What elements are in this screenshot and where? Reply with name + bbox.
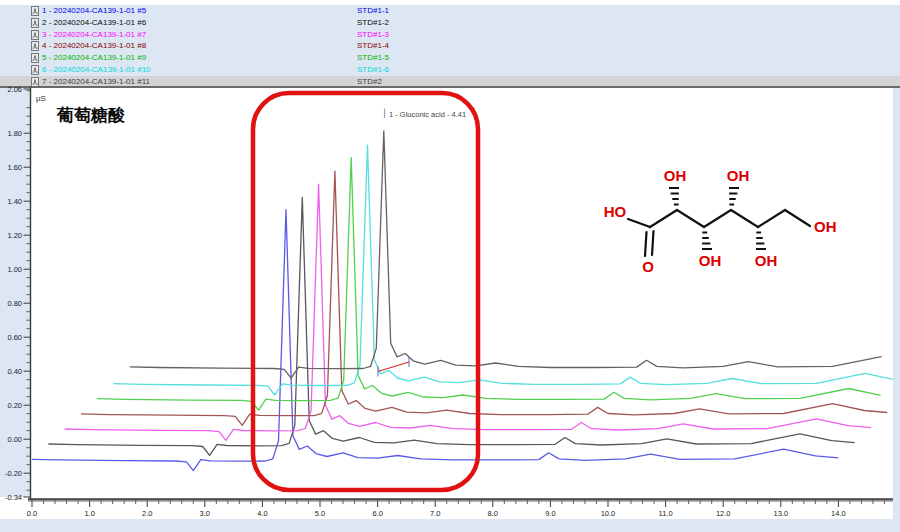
- svg-text:9.0: 9.0: [545, 509, 555, 518]
- svg-text:1.0: 1.0: [84, 509, 94, 518]
- y-axis-ticks: 2.061.801.601.401.201.000.800.600.400.20…: [5, 85, 30, 502]
- peak-label: 1 - Gluconic acid - 4.41: [389, 110, 466, 119]
- oh-label-c3: OH: [699, 252, 722, 269]
- svg-text:6.0: 6.0: [372, 509, 382, 518]
- oh-label-c4: OH: [727, 167, 750, 184]
- svg-text:13.0: 13.0: [773, 509, 788, 518]
- svg-text:12.0: 12.0: [716, 509, 731, 518]
- oh-label-c5: OH: [755, 252, 778, 269]
- chromatogram-overlay-window: 1 - 20240204-CA139-1-01 #5STD#1-12 - 202…: [0, 0, 900, 532]
- svg-text:0.80: 0.80: [7, 299, 22, 308]
- svg-text:11.0: 11.0: [659, 509, 673, 518]
- svg-text:0.00: 0.00: [7, 435, 22, 444]
- chromatogram-chart: 2.061.801.601.401.201.000.800.600.400.20…: [0, 0, 900, 532]
- svg-text:-0.34: -0.34: [5, 493, 22, 502]
- y-unit-label: µS: [36, 94, 46, 103]
- svg-text:1.20: 1.20: [7, 231, 22, 240]
- svg-text:1.40: 1.40: [7, 197, 22, 206]
- svg-text:5.0: 5.0: [315, 509, 325, 518]
- svg-text:1.00: 1.00: [7, 265, 22, 274]
- svg-text:-0.20: -0.20: [5, 469, 22, 478]
- chart-title-chinese: 葡萄糖酸: [56, 106, 126, 125]
- svg-text:1.80: 1.80: [7, 129, 22, 138]
- ho-label: HO: [604, 203, 627, 220]
- svg-text:4.0: 4.0: [257, 509, 267, 518]
- svg-text:2.06: 2.06: [7, 85, 22, 94]
- plot-area[interactable]: [30, 88, 893, 519]
- svg-text:0.40: 0.40: [7, 367, 22, 376]
- svg-text:1.60: 1.60: [7, 163, 22, 172]
- svg-text:0.20: 0.20: [7, 401, 22, 410]
- svg-text:8.0: 8.0: [488, 509, 498, 518]
- svg-text:3.0: 3.0: [200, 509, 210, 518]
- svg-text:0.0: 0.0: [27, 509, 37, 518]
- svg-text:7.0: 7.0: [430, 509, 440, 518]
- oh-label-c2: OH: [664, 167, 687, 184]
- svg-text:14.0: 14.0: [831, 509, 846, 518]
- svg-text:0.60: 0.60: [7, 333, 22, 342]
- oh-label-terminal: OH: [814, 218, 837, 235]
- x-axis-line: [28, 498, 893, 500]
- svg-text:10.0: 10.0: [601, 509, 616, 518]
- svg-text:2.0: 2.0: [142, 509, 152, 518]
- carbonyl-o-label: O: [642, 258, 654, 275]
